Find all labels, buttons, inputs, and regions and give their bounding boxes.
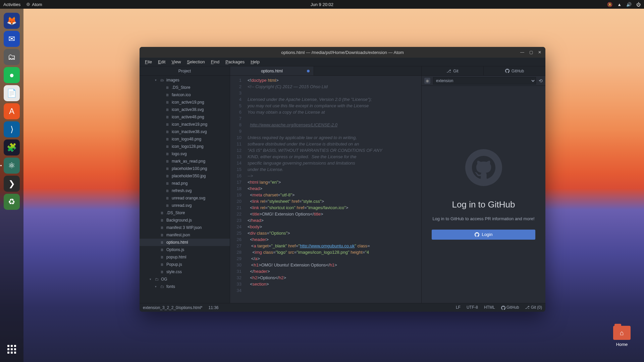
tree-label: icon_active38.svg [172, 107, 204, 112]
folder-icon: 🗀 [154, 277, 159, 281]
menu-packages[interactable]: Packages [223, 59, 247, 65]
minimize-button[interactable]: — [519, 49, 526, 56]
dock-terminal[interactable]: ❯ [4, 176, 20, 192]
tab-label: options.html [261, 69, 283, 73]
tree--ds-store[interactable]: 🗎.DS_Store [140, 84, 230, 91]
tree-logo-svg[interactable]: 🗎logo.svg [140, 150, 230, 158]
tree-favicon-ico[interactable]: 🗎favicon.ico [140, 91, 230, 99]
tree-options-js[interactable]: 🗎Options.js [140, 246, 230, 253]
tree-background-js[interactable]: 🗎Background.js [140, 217, 230, 224]
tree-icon-active38-svg[interactable]: 🗎icon_active38.svg [140, 106, 230, 113]
tree-mark-as-read-png[interactable]: 🗎mark_as_read.png [140, 158, 230, 165]
github-tab[interactable]: GitHub [484, 66, 545, 75]
github-icon [505, 69, 509, 73]
dock-thunderbird[interactable]: ✉ [4, 31, 20, 47]
clock[interactable]: Jun 9 20:02 [311, 2, 333, 7]
network-icon[interactable]: ▲ [617, 2, 622, 7]
file-icon: 🗎 [165, 152, 170, 156]
menu-selection[interactable]: Selection [184, 59, 207, 65]
tree-og[interactable]: ▾🗀OG [140, 276, 230, 283]
menu-view[interactable]: View [169, 59, 183, 65]
tree--ds-store[interactable]: 🗎.DS_Store [140, 209, 230, 217]
file-icon: 🗎 [160, 248, 164, 252]
dock-atom[interactable]: ⚛ [4, 158, 20, 174]
tree-icon-active48-png[interactable]: 🗎icon_active48.png [140, 113, 230, 121]
activities-button[interactable]: Activities [3, 2, 20, 7]
tree-label: unread.svg [172, 203, 192, 208]
tree-options-html[interactable]: 🗎options.html [140, 239, 230, 246]
tree-icon-active19-png[interactable]: 🗎icon_active19.png [140, 99, 230, 106]
tree-popup-html[interactable]: 🗎popup.html [140, 253, 230, 261]
power-icon[interactable]: ⏻ [636, 2, 641, 7]
code-content[interactable]: <!doctype html><!-- Copyright (C) 2012 —… [245, 76, 421, 303]
dock-spotify[interactable]: ● [4, 67, 20, 83]
window-title: options.html — /media/psf/Home/Downloads… [281, 50, 404, 55]
volume-icon[interactable]: 🔊 [626, 2, 632, 7]
titlebar[interactable]: options.html — /media/psf/Home/Downloads… [140, 47, 545, 58]
refresh-icon[interactable]: ⟲ [539, 78, 543, 83]
tree-icon-logo128-png[interactable]: 🗎icon_logo128.png [140, 143, 230, 150]
file-icon: 🗎 [160, 218, 164, 222]
tree-label: placeholder100.png [172, 166, 207, 171]
tree-refresh-svg[interactable]: 🗎refresh.svg [140, 187, 230, 194]
dock-trash[interactable]: ♻ [4, 194, 20, 210]
status-github[interactable]: GitHub [501, 305, 519, 310]
folder-icon [613, 326, 631, 340]
dock-extension[interactable]: 🧩 [4, 139, 20, 156]
editor-tab-options[interactable]: options.html [230, 66, 314, 75]
git-tab[interactable]: ⎇ Git [422, 66, 484, 75]
app-menu[interactable]: Atom [26, 2, 42, 7]
tree-placeholder350-jpg[interactable]: 🗎placeholder350.jpg [140, 172, 230, 180]
github-login-button[interactable]: Login [432, 230, 535, 240]
dock-vscode[interactable]: ⟩ [4, 121, 20, 137]
status-git[interactable]: ⎇ Git (0) [525, 305, 542, 310]
menu-help[interactable]: Help [248, 59, 262, 65]
dock-software[interactable]: A [4, 103, 20, 119]
status-path[interactable]: extension_3_2_2_0/options.html* [143, 305, 202, 310]
user-avatar-icon[interactable]: ◉ [424, 78, 430, 84]
code-editor[interactable]: 1234567891011121314151617181920212223242… [230, 76, 421, 303]
tree-unread-svg[interactable]: 🗎unread.svg [140, 202, 230, 209]
file-icon: 🗎 [165, 189, 170, 193]
status-encoding[interactable]: UTF-8 [467, 305, 478, 310]
login-button-label: Login [482, 232, 493, 237]
tree-placeholder100-png[interactable]: 🗎placeholder100.png [140, 165, 230, 172]
show-applications-button[interactable] [4, 341, 20, 357]
file-icon: 🗎 [165, 85, 170, 89]
tree-label: icon_inactive19.png [172, 122, 207, 127]
notifications-off-icon[interactable]: 🔕 [607, 2, 612, 7]
tree-images[interactable]: ▾🗁images [140, 76, 230, 84]
tree-icon-inactive19-png[interactable]: 🗎icon_inactive19.png [140, 121, 230, 128]
dock-libreoffice[interactable]: 📄 [4, 85, 20, 101]
tree-label: Popup.js [166, 262, 182, 267]
menu-edit[interactable]: Edit [155, 59, 168, 65]
status-eol[interactable]: LF [456, 305, 461, 310]
close-button[interactable]: ✕ [536, 49, 543, 56]
file-icon: 🗎 [160, 262, 164, 266]
tree-read-png[interactable]: 🗎read.png [140, 180, 230, 187]
tree-icon-logo48-png[interactable]: 🗎icon_logo48.png [140, 135, 230, 143]
dock-files[interactable]: 🗂 [4, 49, 20, 65]
statusbar: extension_3_2_2_0/options.html* 11:36 LF… [140, 303, 545, 312]
tree-popup-js[interactable]: 🗎Popup.js [140, 261, 230, 268]
maximize-button[interactable]: ▢ [527, 49, 535, 56]
file-icon: 🗎 [160, 240, 164, 244]
tree-icon-inactive38-svg[interactable]: 🗎icon_inactive38.svg [140, 128, 230, 135]
menu-file[interactable]: File [142, 59, 155, 65]
status-language[interactable]: HTML [484, 305, 495, 310]
desktop-home-folder[interactable]: Home [613, 326, 631, 347]
menu-find[interactable]: Find [208, 59, 222, 65]
file-icon: 🗎 [165, 122, 170, 126]
tree-label: icon_logo128.png [172, 144, 204, 149]
tree-unread-orange-svg[interactable]: 🗎unread orange.svg [140, 194, 230, 202]
tree-manifest-json[interactable]: 🗎manifest.json [140, 231, 230, 239]
file-tree[interactable]: ▾🗁images🗎.DS_Store🗎favicon.ico🗎icon_acti… [140, 76, 230, 303]
repo-select[interactable]: extension [433, 77, 536, 84]
dock-firefox[interactable]: 🦊 [4, 13, 20, 29]
tree-label: favicon.ico [172, 93, 191, 97]
status-cursor[interactable]: 11:36 [208, 305, 218, 310]
tree-style-css[interactable]: 🗎style.css [140, 268, 230, 276]
tree-fonts[interactable]: ▾🗀fonts [140, 283, 230, 290]
file-icon: 🗎 [165, 144, 170, 148]
tree-manifest-3-wip-json[interactable]: 🗎manifest 3 WIP.json [140, 224, 230, 231]
